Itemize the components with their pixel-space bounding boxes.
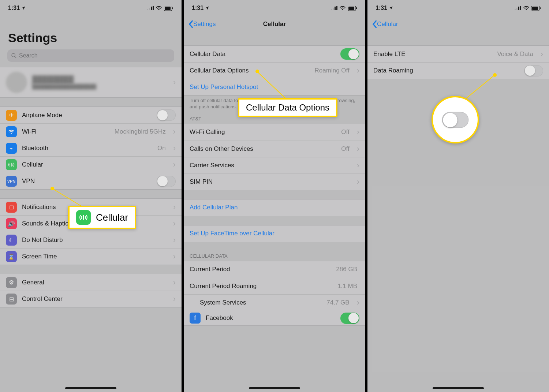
status-bar: 1:31 (184, 0, 365, 16)
svg-rect-0 (147, 9, 148, 10)
row-hotspot[interactable]: Set Up Personal Hotspot (184, 79, 365, 95)
row-screentime[interactable]: ⌛ Screen Time › (0, 248, 182, 265)
calls-other-label: Calls on Other Devices (190, 145, 336, 153)
row-data-roaming[interactable]: Data Roaming (367, 62, 549, 79)
screen-settings: 1:31 Settings Search ████████ ██████████… (0, 0, 182, 392)
chevron-right-icon: › (173, 78, 176, 87)
row-bluetooth[interactable]: ⌁ Bluetooth On › (0, 140, 182, 156)
add-plan-label: Add Cellular Plan (190, 204, 359, 211)
general-icon: ⚙ (6, 277, 17, 288)
status-time: 1:31 (8, 5, 20, 11)
cellular-data-header: CELLULAR DATA (184, 251, 365, 261)
wifi-icon (156, 6, 162, 10)
row-airplane-mode[interactable]: ✈ Airplane Mode (0, 107, 182, 123)
row-dnd[interactable]: ☾ Do Not Disturb › (0, 232, 182, 248)
current-roaming-label: Current Period Roaming (190, 283, 332, 290)
back-button[interactable]: Settings (188, 20, 216, 28)
battery-icon (531, 6, 541, 11)
status-icons (331, 6, 357, 11)
svg-rect-15 (348, 7, 354, 10)
controlcenter-label: Control Center (22, 295, 168, 303)
back-label: Cellular (377, 20, 398, 28)
callout-toggle (432, 96, 479, 143)
chevron-right-icon: › (357, 127, 359, 137)
chevron-right-icon: › (357, 66, 359, 75)
chevron-right-icon: › (173, 294, 176, 304)
cellular-footer: Turn off cellular data to restrict all d… (184, 96, 365, 114)
row-wifi-calling[interactable]: Wi-Fi Calling Off › (184, 124, 365, 141)
row-add-plan[interactable]: Add Cellular Plan (184, 199, 365, 216)
svg-rect-5 (165, 7, 171, 10)
chevron-right-icon: › (357, 144, 359, 154)
row-enable-lte[interactable]: Enable LTE Voice & Data › (367, 46, 549, 62)
back-button[interactable]: Cellular (372, 20, 398, 28)
cellular-signal-icon (515, 6, 521, 10)
airplane-icon: ✈ (6, 110, 17, 121)
svg-rect-6 (172, 7, 173, 9)
cellular-data-toggle[interactable] (340, 48, 359, 60)
profile-subtitle: ███████████████████ (32, 84, 168, 89)
row-controlcenter[interactable]: ⊟ Control Center › (0, 291, 182, 307)
row-sim-pin[interactable]: SIM PIN › (184, 173, 365, 190)
wifi-value: Mockingbird 5GHz (115, 128, 166, 135)
vpn-toggle[interactable] (157, 176, 176, 187)
data-roaming-toggle[interactable] (524, 65, 543, 76)
home-indicator (433, 387, 484, 389)
chevron-right-icon: › (541, 49, 543, 59)
system-services-label: System Services (200, 299, 321, 306)
profile-row[interactable]: ████████ ███████████████████ › (0, 67, 182, 97)
svg-rect-12 (335, 7, 336, 10)
svg-line-25 (463, 76, 494, 101)
wifi-label: Wi-Fi (22, 128, 109, 135)
row-vpn[interactable]: VPN VPN (0, 173, 182, 189)
row-wifi[interactable]: Wi-Fi Mockingbird 5GHz › (0, 123, 182, 140)
system-services-value: 74.7 GB (326, 299, 349, 306)
chevron-right-icon: › (357, 161, 359, 170)
bluetooth-value: On (157, 145, 166, 152)
bluetooth-label: Bluetooth (22, 145, 152, 152)
search-icon (11, 53, 17, 59)
cellular-signal-icon (147, 6, 154, 10)
svg-rect-11 (333, 8, 334, 10)
nav-bar: Settings Cellular (184, 16, 365, 32)
chevron-left-icon (372, 20, 377, 28)
svg-rect-20 (518, 7, 519, 10)
enable-lte-label: Enable LTE (373, 51, 492, 58)
row-facetime[interactable]: Set Up FaceTime over Cellular (184, 225, 365, 242)
dnd-label: Do Not Disturb (22, 236, 168, 244)
row-cellular-data[interactable]: Cellular Data (184, 46, 365, 62)
wifi-calling-value: Off (341, 128, 349, 136)
status-time: 1:31 (376, 5, 387, 11)
svg-rect-10 (331, 9, 332, 10)
carrier-services-label: Carrier Services (190, 162, 352, 169)
enable-lte-value: Voice & Data (497, 51, 533, 58)
chevron-right-icon: › (173, 202, 176, 212)
row-calls-other[interactable]: Calls on Other Devices Off › (184, 141, 365, 157)
svg-rect-24 (540, 7, 541, 9)
chevron-right-icon: › (173, 127, 176, 137)
row-cellular[interactable]: Cellular › (0, 156, 182, 173)
row-notifications[interactable]: ◻ Notifications › (0, 199, 182, 215)
row-system-services[interactable]: System Services 74.7 GB › (184, 294, 365, 311)
chevron-right-icon: › (173, 219, 176, 228)
row-cellular-data-options[interactable]: Cellular Data Options Roaming Off › (184, 62, 365, 79)
row-general[interactable]: ⚙ General › (0, 274, 182, 291)
nav-bar: Cellular (367, 16, 549, 32)
row-carrier-services[interactable]: Carrier Services › (184, 157, 365, 173)
screentime-label: Screen Time (22, 253, 168, 260)
cdo-value: Roaming Off (315, 67, 350, 74)
airplane-label: Airplane Mode (22, 112, 152, 119)
cellular-label: Cellular (22, 161, 168, 168)
row-sounds[interactable]: 🔊 Sounds & Haptics › (0, 215, 182, 232)
back-label: Settings (193, 20, 216, 28)
chevron-right-icon: › (173, 235, 176, 245)
svg-rect-3 (153, 6, 154, 10)
controlcenter-icon: ⊟ (6, 294, 17, 305)
airplane-toggle[interactable] (157, 109, 176, 121)
page-title: Settings (0, 16, 182, 48)
row-facebook[interactable]: f Facebook (184, 311, 365, 325)
cdo-label: Cellular Data Options (190, 67, 310, 74)
facetime-label: Set Up FaceTime over Cellular (190, 230, 359, 237)
search-input[interactable]: Search (7, 49, 174, 62)
facebook-toggle[interactable] (340, 313, 359, 324)
